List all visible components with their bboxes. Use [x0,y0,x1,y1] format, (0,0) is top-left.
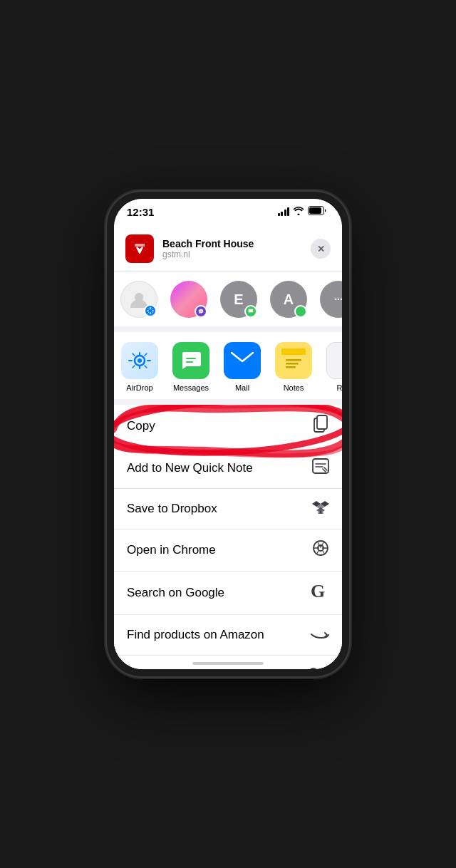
share-item-title: Beach Front House [162,238,254,249]
dropbox-action[interactable]: Save to Dropbox [114,489,342,529]
avatar [170,281,207,318]
messages-app-icon [172,342,209,379]
copy-label: Copy [127,419,155,433]
person-item[interactable] [114,281,164,318]
status-time: 12:31 [127,206,154,218]
svg-rect-9 [286,359,301,361]
chrome-action[interactable]: Open in Chrome [114,529,342,572]
share-item-subtitle: gstm.nl [162,249,254,259]
reading-list-label: Add to Reading List [127,668,232,669]
airdrop-app-icon [121,342,158,379]
more-app-icon [326,342,342,379]
messages-indicator [244,305,257,318]
quick-note-icon [312,458,329,478]
airdrop-label: AirDrop [126,383,152,392]
app-item-messages[interactable]: Messages [165,342,217,392]
dropbox-label: Save to Dropbox [127,502,217,516]
copy-action[interactable]: Copy [114,405,342,448]
share-sheet: Beach Front House gstm.nl ✕ [114,224,342,669]
app-item-more[interactable]: Rem [319,342,342,392]
messages-indicator2 [294,305,307,318]
amazon-label: Find products on Amazon [127,628,264,642]
phone-frame: 12:31 [107,192,349,676]
svg-text:G: G [311,582,325,600]
reading-list-icon [308,666,329,669]
people-row: E A [114,272,342,332]
quick-note-action[interactable]: Add to New Quick Note [114,448,342,489]
google-label: Search on Google [127,586,224,600]
mail-app-icon [224,342,261,379]
share-item-info: Beach Front House gstm.nl [125,234,254,263]
wifi-icon [293,207,304,217]
svg-rect-10 [286,363,299,365]
amazon-action[interactable]: Find products on Amazon [114,615,342,656]
chrome-label: Open in Chrome [127,543,216,557]
action-list: Copy [114,405,342,669]
quick-note-label: Add to New Quick Note [127,461,253,475]
app-item-airdrop[interactable]: AirDrop [114,342,165,392]
person-item[interactable]: E [214,281,264,318]
copy-icon [314,415,329,438]
avatar: ··· [320,281,342,318]
share-item-text: Beach Front House gstm.nl [162,238,254,259]
app-item-mail[interactable]: Mail [217,342,268,392]
svg-rect-1 [309,207,321,214]
google-icon: G [311,582,329,604]
notes-label: Notes [284,383,304,392]
svg-point-5 [138,358,142,363]
signal-bars-icon [278,207,290,216]
app-item-notes[interactable]: Notes [268,342,319,392]
svg-rect-8 [281,348,306,355]
svg-point-21 [318,668,328,669]
amazon-icon [309,625,329,645]
apps-row: AirDrop Messages [114,332,342,405]
avatar: E [220,281,257,318]
airdrop-indicator [144,304,157,317]
person-item[interactable]: ··· [314,281,342,318]
svg-point-19 [309,668,318,669]
avatar [120,281,157,318]
phone-screen: 12:31 [114,199,342,669]
notes-app-icon [275,342,312,379]
share-item-app-icon [125,234,154,263]
messages-label: Messages [173,383,209,392]
person-item[interactable] [164,281,214,318]
dropbox-icon [312,499,329,519]
person-item[interactable]: A [264,281,314,318]
messenger-indicator [195,305,207,318]
home-indicator [192,662,264,665]
status-bar: 12:31 [114,199,342,224]
svg-rect-11 [286,366,296,368]
close-button[interactable]: ✕ [311,239,331,259]
chrome-icon [312,539,329,561]
svg-rect-13 [317,415,327,429]
share-header: Beach Front House gstm.nl ✕ [114,224,342,272]
svg-rect-2 [130,239,149,258]
more-label: Rem [336,383,342,392]
mail-label: Mail [235,383,249,392]
google-action[interactable]: Search on Google G [114,572,342,615]
svg-rect-15 [313,459,328,473]
status-icons [278,206,327,217]
avatar: A [270,281,307,318]
battery-icon [308,206,326,217]
